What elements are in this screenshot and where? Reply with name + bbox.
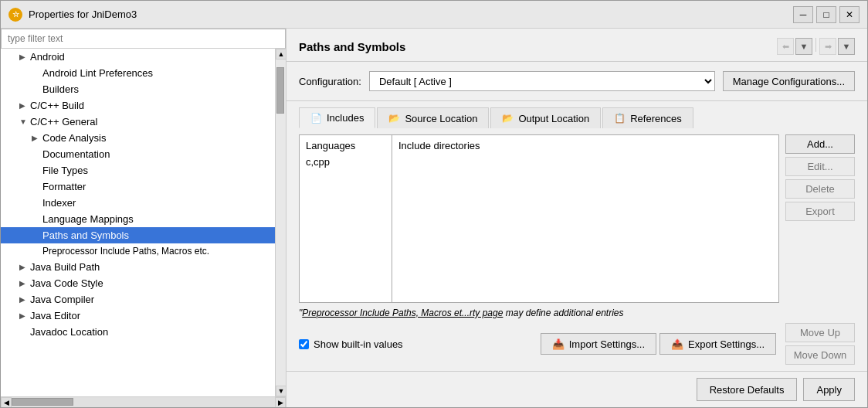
sidebar-item-javadoc-location[interactable]: Javadoc Location	[1, 324, 275, 340]
sidebar-item-label: Android	[30, 51, 65, 63]
tab-label-source: Source Location	[405, 113, 477, 124]
move-down-button[interactable]: Move Down	[785, 345, 855, 365]
nav-separator	[815, 38, 816, 52]
filter-input[interactable]	[1, 29, 286, 49]
sidebar-item-android-lint[interactable]: Android Lint Preferences	[1, 65, 275, 81]
sidebar-item-label: C/C++ Build	[30, 100, 84, 111]
sidebar-item-builders[interactable]: Builders	[1, 81, 275, 97]
export-button[interactable]: Export	[785, 202, 855, 221]
sidebar-item-label: Builders	[42, 83, 79, 95]
h-scroll-track	[12, 397, 275, 408]
tab-output-location[interactable]: 📂 Output Location	[490, 107, 601, 128]
tree-scroll-area: ▶ Android Android Lint Preferences Build…	[1, 49, 286, 396]
nav-forward-button[interactable]: ➡	[819, 38, 836, 55]
nav-dropdown-forward[interactable]: ▼	[838, 38, 855, 55]
sidebar-item-file-types[interactable]: File Types	[1, 162, 275, 178]
scroll-down-button[interactable]: ▼	[276, 386, 286, 396]
info-text: "Preprocessor Include Paths, Macros et..…	[299, 308, 855, 318]
include-table: Languages c,cpp Include directories	[299, 134, 779, 303]
tabs-area: 📄 Includes 📂 Source Location 📂 Output Lo…	[287, 100, 867, 128]
tree-list: ▶ Android Android Lint Preferences Build…	[1, 49, 275, 396]
tab-source-location[interactable]: 📂 Source Location	[377, 107, 489, 128]
sidebar-item-code-analysis[interactable]: ▶ Code Analysis	[1, 130, 275, 146]
restore-defaults-button[interactable]: Restore Defaults	[697, 378, 798, 401]
tab-icon-references: 📋	[614, 113, 626, 124]
tab-includes[interactable]: 📄 Includes	[299, 107, 375, 128]
import-settings-button[interactable]: 📥 Import Settings...	[541, 333, 656, 355]
show-builtin-checkbox[interactable]	[299, 339, 309, 349]
configuration-row: Configuration: Default [ Active ] Manage…	[287, 62, 867, 100]
sidebar-item-paths-and-symbols[interactable]: Paths and Symbols	[1, 227, 275, 243]
expander-icon: ▶	[19, 295, 27, 304]
nav-back-button[interactable]: ⬅	[777, 38, 794, 55]
sidebar-item-label: Code Analysis	[42, 132, 106, 144]
languages-header: Languages	[306, 140, 385, 151]
move-buttons: Move Up Move Down	[785, 323, 855, 365]
scroll-up-button[interactable]: ▲	[276, 49, 286, 60]
sidebar-item-label: Java Compiler	[30, 294, 94, 305]
sidebar-item-label: Android Lint Preferences	[42, 67, 153, 79]
move-up-button[interactable]: Move Up	[785, 323, 855, 342]
import-settings-label: Import Settings...	[569, 338, 645, 350]
sidebar-item-language-mappings[interactable]: Language Mappings	[1, 211, 275, 227]
sidebar-item-label: Indexer	[42, 197, 76, 209]
tab-icon-includes: 📄	[310, 113, 322, 124]
expander-icon: ▶	[19, 263, 27, 271]
sidebar-item-label: Formatter	[42, 181, 86, 192]
sidebar-item-java-editor[interactable]: ▶ Java Editor	[1, 308, 275, 324]
scroll-thumb[interactable]	[276, 67, 284, 114]
sidebar-item-preprocessor[interactable]: Preprocessor Include Paths, Macros etc.	[1, 243, 275, 259]
expander-icon: ▶	[19, 279, 27, 287]
sidebar-item-indexer[interactable]: Indexer	[1, 195, 275, 211]
action-buttons: Add... Edit... Delete Export	[785, 134, 855, 303]
languages-value[interactable]: c,cpp	[306, 156, 385, 168]
sidebar-item-label: File Types	[42, 165, 88, 176]
show-builtin-label: Show built-in values	[314, 338, 403, 350]
nav-dropdown-back[interactable]: ▼	[795, 38, 812, 55]
sidebar-item-label: Paths and Symbols	[42, 230, 129, 241]
sidebar-item-documentation[interactable]: Documentation	[1, 146, 275, 162]
main-content: ▶ Android Android Lint Preferences Build…	[1, 29, 867, 407]
sidebar-item-java-build-path[interactable]: ▶ Java Build Path	[1, 259, 275, 275]
configuration-dropdown[interactable]: Default [ Active ]	[369, 71, 715, 91]
sidebar-item-java-compiler[interactable]: ▶ Java Compiler	[1, 291, 275, 308]
expander-icon: ▼	[19, 117, 27, 126]
tab-label-includes: Includes	[327, 112, 364, 124]
sidebar-item-label: Java Code Style	[30, 277, 103, 289]
scroll-right-button[interactable]: ▶	[275, 397, 286, 408]
sidebar-item-label: Java Build Path	[30, 261, 100, 273]
tab-icon-output: 📂	[502, 113, 514, 124]
vertical-scrollbar: ▲ ▼	[275, 49, 286, 396]
tab-icon-source: 📂	[388, 113, 400, 124]
delete-button[interactable]: Delete	[785, 179, 855, 199]
configuration-label: Configuration:	[299, 76, 361, 87]
apply-button[interactable]: Apply	[803, 378, 855, 401]
bottom-bar: Restore Defaults Apply	[287, 371, 867, 407]
sidebar-item-label: Language Mappings	[42, 213, 134, 225]
bottom-controls: Show built-in values 📥 Import Settings..…	[299, 323, 855, 365]
scroll-left-button[interactable]: ◀	[1, 397, 12, 408]
sidebar-item-java-code-style[interactable]: ▶ Java Code Style	[1, 275, 275, 291]
right-header: Paths and Symbols ⬅ ▼ ➡ ▼	[287, 29, 867, 62]
info-text-content: "Preprocessor Include Paths, Macros et..…	[299, 308, 623, 318]
tab-references[interactable]: 📋 References	[602, 107, 693, 128]
import-icon: 📥	[552, 338, 565, 350]
show-builtin-row: Show built-in values	[299, 338, 403, 350]
edit-button[interactable]: Edit...	[785, 157, 855, 176]
table-and-buttons: Languages c,cpp Include directories Add.…	[299, 134, 855, 303]
sidebar-item-cpp-general[interactable]: ▼ C/C++ General	[1, 114, 275, 130]
sidebar-item-label: Documentation	[42, 148, 110, 160]
window-title: Properties for JniDemo3	[29, 8, 137, 20]
minimize-button[interactable]: ─	[793, 6, 813, 23]
manage-configurations-button[interactable]: Manage Configurations...	[723, 71, 855, 91]
sidebar-item-cpp-build[interactable]: ▶ C/C++ Build	[1, 97, 275, 114]
sidebar-item-formatter[interactable]: Formatter	[1, 178, 275, 195]
add-button[interactable]: Add...	[785, 134, 855, 154]
sidebar-item-android[interactable]: ▶ Android	[1, 49, 275, 65]
close-button[interactable]: ✕	[839, 6, 860, 23]
export-settings-button[interactable]: 📤 Export Settings...	[659, 333, 776, 355]
settings-buttons-row: 📥 Import Settings... 📤 Export Settings..…	[541, 323, 855, 365]
tab-label-references: References	[630, 113, 681, 124]
maximize-button[interactable]: □	[816, 6, 836, 23]
h-scroll-thumb[interactable]	[12, 398, 73, 406]
